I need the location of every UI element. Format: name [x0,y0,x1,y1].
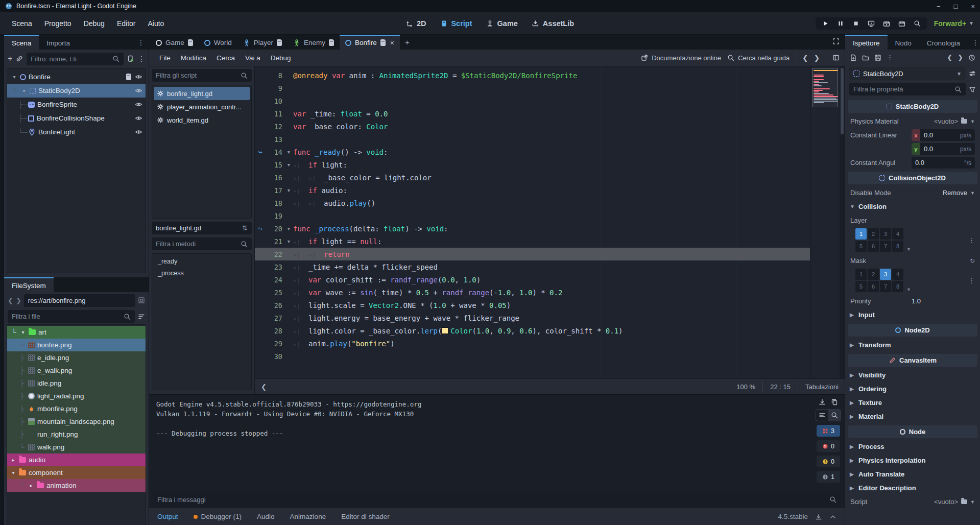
vector-field-x[interactable]: x0.0px/s [912,129,975,141]
code-line-24[interactable]: 24var color_shift := randf_range(0.0, 1.… [255,273,810,286]
file-idle-png[interactable]: ├idle.png [7,377,146,390]
back-icon[interactable]: ❮ [8,297,13,304]
layer-cell-8[interactable]: 8 [892,281,903,292]
monitor-play-button[interactable] [868,20,875,27]
fold-icon[interactable]: ▼ [284,226,293,231]
line-number[interactable]: 14 [266,148,284,156]
script-menu-cerca[interactable]: Cerca [211,52,240,64]
layer-cell-2[interactable]: 2 [868,269,879,280]
line-number[interactable]: 20 [266,225,284,233]
grid-expand-icon[interactable]: ▼ [906,247,911,252]
code-line-23[interactable]: 23_time += delta * flicker_speed [255,260,810,273]
tab-ispettore[interactable]: Ispettore [845,35,888,50]
section-physics-interpolation[interactable]: ▶Physics Interpolation [845,454,980,467]
indent-mode[interactable]: Tabulazioni [805,383,839,391]
method-process[interactable]: _process [154,267,250,279]
expander-icon[interactable]: ▾ [11,74,17,80]
sort-files-icon[interactable] [138,313,145,320]
bottom-tab-audio[interactable]: Audio [257,513,275,520]
scene-node-bonfirecollisionshape[interactable]: ├─BonfireCollisionShape [7,111,146,125]
line-number[interactable]: 8 [266,71,284,80]
save-resource-icon[interactable] [874,54,881,61]
revert-icon[interactable]: ↻ [970,257,975,265]
new-scene-tab-button[interactable]: + [400,35,415,50]
filter-scripts-input[interactable] [156,71,237,79]
close-button[interactable]: × [971,3,975,10]
scene-tab-enemy[interactable]: Enemy [288,35,340,50]
layer-cell-3[interactable]: 3 [880,228,891,240]
fold-icon[interactable]: ▼ [284,239,293,244]
script-player-animation-contr[interactable]: player_animation_contr... [154,100,250,113]
line-number[interactable]: 22 [266,250,284,258]
file-run-right-png[interactable]: ├run_right.png [7,428,146,441]
grid-menu-button[interactable]: ⋮ [968,236,975,244]
line-number[interactable]: 29 [266,340,284,348]
layer-cell-8[interactable]: 8 [892,241,903,252]
section-input[interactable]: ▶Input [845,308,980,322]
line-number[interactable]: 10 [266,97,284,105]
layer-cell-4[interactable]: 4 [892,228,903,240]
add-node-button[interactable]: + [8,54,12,63]
clapper-play-button[interactable] [883,20,890,27]
code-line-28[interactable]: 28light.color = _base_color.lerp(Color(1… [255,324,810,337]
line-number[interactable]: 17 [266,186,284,195]
load-resource-icon[interactable] [961,119,967,124]
sort-methods-icon[interactable]: ⇅ [242,224,248,232]
line-number[interactable]: 18 [266,199,284,207]
code-line-26[interactable]: 26light.scale = Vector2.ONE * (1.0 + wav… [255,299,810,312]
layer-cell-7[interactable]: 7 [880,241,891,252]
scene-tab-bonfire[interactable]: Bonfire× [340,35,400,50]
code-line-13[interactable]: 13 [255,133,810,146]
layer-cell-5[interactable]: 5 [855,281,867,292]
filter-methods-field[interactable] [152,237,252,250]
inspector-forward-button[interactable]: ❯ [958,54,963,61]
file-walk-png[interactable]: └walk.png [7,441,146,454]
tab-nodo[interactable]: Nodo [888,35,919,50]
section-editor-description[interactable]: ▶Editor Description [845,481,980,495]
workspace-assetlib[interactable]: AssetLib [532,19,574,28]
line-number[interactable]: 12 [266,123,284,131]
fold-icon[interactable]: ▼ [284,162,293,168]
visibility-toggle[interactable] [135,101,142,108]
visibility-toggle[interactable] [135,73,142,81]
line-number[interactable]: 27 [266,314,284,322]
layer-cell-6[interactable]: 6 [868,281,879,292]
layer-cell-3[interactable]: 3 [880,269,891,280]
file-bonfire-png[interactable]: └bonfire.png [7,339,146,351]
scene-tab-player[interactable]: Player [237,35,288,50]
grid-menu-button[interactable]: ⋮ [968,277,975,284]
folder-audio[interactable]: ▸audio [7,454,146,466]
line-number[interactable]: 21 [266,237,284,246]
code-line-10[interactable]: 10 [255,94,810,107]
bottom-tab-animazione[interactable]: Animazione [290,513,326,520]
code-line-18[interactable]: 18audio.play() [255,197,810,209]
grid-expand-icon[interactable]: ▼ [906,287,911,292]
close-tab-icon[interactable]: × [390,39,394,47]
history-icon[interactable] [968,54,975,61]
fold-icon[interactable]: ▼ [284,150,293,155]
property-filter-field[interactable] [849,83,966,96]
message-filter-input[interactable] [157,496,826,504]
layer-cell-1[interactable]: 1 [855,269,867,280]
split-panel-icon[interactable] [138,297,145,304]
message-filter-field[interactable] [153,493,841,506]
pin-bottom-panel-icon[interactable] [815,513,822,520]
code-minimap[interactable] [810,66,840,378]
code-line-30[interactable]: 30 [255,350,810,363]
layer-cell-2[interactable]: 2 [868,228,879,240]
tab-scena[interactable]: Scena [4,35,39,50]
vector-field-y[interactable]: y0.0px/s [912,143,975,155]
expander-icon[interactable]: ▾ [10,470,16,475]
layer-cell-1[interactable]: 1 [855,228,867,240]
code-scrollbar[interactable] [840,66,845,378]
log-search-toggle[interactable] [828,410,841,421]
line-number[interactable]: 19 [266,212,284,220]
bottom-tab-output[interactable]: Output [157,513,178,520]
code-line-27[interactable]: 27light.energy = base_energy + wave * fl… [255,312,810,324]
tab-filesystem[interactable]: FileSystem [4,277,54,292]
layer-cell-6[interactable]: 6 [868,241,879,252]
inspector-back-button[interactable]: ❮ [947,54,952,61]
property-value[interactable]: Remove [943,189,967,197]
folder-component[interactable]: ▾component [7,466,146,479]
line-number[interactable]: 24 [266,276,284,284]
